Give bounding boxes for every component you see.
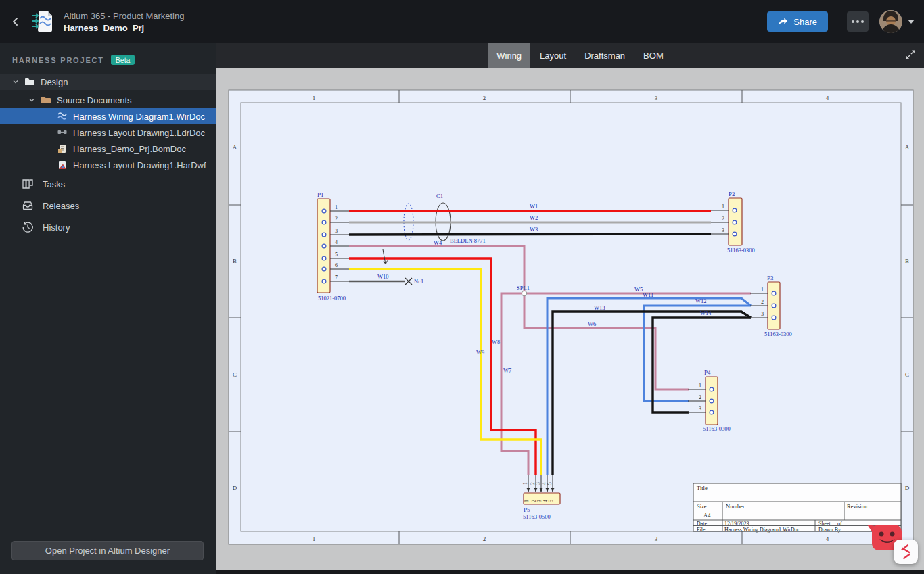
- sidebar-item-hardwf[interactable]: Harness Layout Drawing1.HarDwf: [0, 157, 216, 173]
- expand-icon: [904, 49, 917, 61]
- schematic-text: 3: [335, 228, 338, 234]
- schematic-text: A: [905, 144, 910, 151]
- chevron-down-icon[interactable]: [908, 20, 915, 24]
- schematic-text: W7: [503, 367, 511, 374]
- avatar[interactable]: [879, 10, 902, 33]
- schematic-text: Nc1: [414, 278, 423, 285]
- schematic-text: P3: [767, 274, 774, 281]
- schematic-text: W9: [476, 349, 484, 356]
- schematic-text: B: [233, 258, 237, 264]
- schematic-text: W14: [700, 310, 712, 316]
- pin: [710, 410, 714, 414]
- schematic-text: 3: [655, 95, 658, 101]
- sidebar-item-tasks[interactable]: Tasks: [0, 173, 216, 195]
- document-tabbar: Wiring Layout Draftsman BOM: [216, 43, 924, 68]
- back-button[interactable]: [0, 0, 31, 43]
- schematic-text: Size: [697, 503, 707, 510]
- pin: [322, 233, 326, 237]
- schematic-text: P2: [729, 191, 735, 197]
- schematic-text: 1: [761, 287, 764, 293]
- schematic-text: 3: [761, 311, 764, 317]
- schematic-text: 5: [548, 500, 554, 502]
- tab-wiring[interactable]: Wiring: [488, 43, 530, 68]
- splice-SPL1: [522, 291, 526, 295]
- schematic-text: C: [905, 371, 909, 378]
- schematic-text: 51163-0300: [703, 425, 731, 432]
- schematic-text: 2: [335, 216, 338, 222]
- schematic-text: W1: [530, 203, 538, 210]
- schematic-text: 51163-0300: [727, 247, 755, 254]
- schematic-text: W13: [594, 304, 605, 311]
- schematic-text: 1: [313, 95, 316, 101]
- topbar: Altium 365 - Product Marketing Harness_D…: [0, 0, 924, 43]
- pin: [772, 316, 776, 320]
- folder-icon: [24, 76, 35, 87]
- sheet: [229, 90, 913, 544]
- schematic-text: 2: [699, 394, 701, 400]
- expand-button[interactable]: [902, 47, 919, 64]
- schematic-text: 51163-0300: [764, 331, 792, 337]
- schematic-text: W12: [695, 297, 707, 304]
- schematic-text: 2: [483, 535, 486, 542]
- chevron-left-icon: [10, 16, 21, 27]
- sidebar: HARNESS PROJECT Beta Design Source Docum…: [0, 43, 216, 574]
- share-icon: [778, 17, 788, 26]
- tab-layout[interactable]: Layout: [532, 43, 574, 68]
- pin: [710, 387, 714, 391]
- schematic-text: 1: [522, 482, 528, 485]
- schematic-canvas[interactable]: 11223344AABBCCDDTitleSizeA4NumberRevisio…: [216, 68, 924, 574]
- wiring-doc-icon: [57, 111, 68, 122]
- schematic-text: C1: [436, 193, 443, 199]
- tab-draftsman[interactable]: Draftsman: [576, 43, 633, 68]
- sidebar-item-bomdoc[interactable]: Harness_Demo_Prj.BomDoc: [0, 141, 216, 157]
- beta-badge: Beta: [111, 55, 135, 65]
- harness-drawing-doc-icon: [57, 160, 68, 170]
- app-title: Altium 365 - Product Marketing: [64, 11, 184, 21]
- schematic-text: 2: [761, 299, 764, 305]
- open-in-altium-designer-button[interactable]: Open Project in Altium Designer: [11, 541, 204, 560]
- schematic-text: W5: [634, 286, 643, 293]
- sidebar-item-wiring-diagram[interactable]: Harness Wiring Diagram1.WirDoc: [0, 108, 216, 124]
- sidebar-item-label: Design: [41, 77, 68, 87]
- pin: [710, 399, 714, 403]
- schematic-text: B: [905, 258, 909, 264]
- share-button[interactable]: Share: [767, 11, 828, 32]
- schematic-text: SPL1: [517, 285, 530, 291]
- app-logo-badge[interactable]: [894, 540, 918, 564]
- releases-icon: [22, 199, 34, 212]
- schematic-text: 5: [335, 252, 338, 258]
- chevron-down-icon: [28, 97, 35, 103]
- sidebar-item-layout-drawing-ldrdoc[interactable]: Harness Layout Drawing1.LdrDoc: [0, 124, 216, 141]
- schematic-text: W3: [530, 226, 538, 233]
- layout-doc-icon: [57, 127, 68, 138]
- pin: [322, 256, 326, 260]
- schematic-text: 2: [722, 216, 724, 222]
- sidebar-item-design[interactable]: Design: [0, 74, 216, 90]
- schematic-text: Number: [726, 503, 745, 510]
- schematic-text: P1: [317, 191, 324, 198]
- schematic-text: 1: [524, 500, 530, 502]
- share-label: Share: [793, 17, 817, 27]
- history-icon: [22, 221, 34, 233]
- main-view: Wiring Layout Draftsman BOM 11223344AABB…: [216, 43, 924, 574]
- schematic-text: 7: [335, 274, 338, 281]
- schematic-text: 1: [699, 383, 701, 389]
- sidebar-item-label: Harness Layout Drawing1.HarDwf: [73, 160, 206, 170]
- sidebar-item-source-documents[interactable]: Source Documents: [0, 92, 216, 108]
- more-button[interactable]: [847, 11, 869, 32]
- schematic-text: W6: [588, 320, 596, 327]
- wire-W3: [349, 234, 711, 235]
- sidebar-item-history[interactable]: History: [0, 216, 216, 238]
- schematic-text: 4: [826, 95, 829, 101]
- sidebar-item-label: Tasks: [43, 179, 65, 189]
- pin: [322, 220, 326, 224]
- folder-icon: [41, 95, 51, 105]
- schematic-text: 5: [547, 482, 553, 485]
- harness-document-icon: [31, 9, 54, 34]
- sidebar-item-releases[interactable]: Releases: [0, 195, 216, 216]
- bottom-strip: [216, 570, 924, 574]
- pin: [322, 279, 326, 283]
- schematic-text: 51021-0700: [318, 295, 346, 302]
- tab-bom[interactable]: BOM: [635, 43, 672, 68]
- schematic-text: 4: [826, 535, 829, 542]
